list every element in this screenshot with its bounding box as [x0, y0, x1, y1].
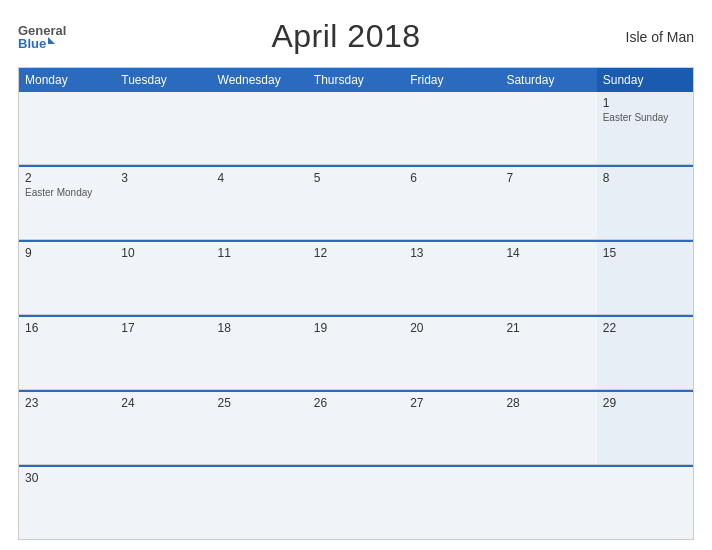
day-11: 11 — [218, 246, 302, 260]
cell-w6-fri — [404, 467, 500, 539]
day-9: 9 — [25, 246, 109, 260]
day-29: 29 — [603, 396, 687, 410]
day-30: 30 — [25, 471, 109, 485]
calendar: Monday Tuesday Wednesday Thursday Friday… — [18, 67, 694, 540]
week-4: 16 17 18 19 20 21 22 — [19, 315, 693, 390]
day-10: 10 — [121, 246, 205, 260]
cell-w2-tue: 3 — [115, 167, 211, 239]
day-8: 8 — [603, 171, 687, 185]
cell-w6-sat — [500, 467, 596, 539]
cell-w6-tue — [115, 467, 211, 539]
cell-w2-mon: 2 Easter Monday — [19, 167, 115, 239]
cell-w5-mon: 23 — [19, 392, 115, 464]
header-saturday: Saturday — [500, 68, 596, 92]
day-7: 7 — [506, 171, 590, 185]
cell-w6-thu — [308, 467, 404, 539]
cell-w3-wed: 11 — [212, 242, 308, 314]
calendar-body: 1 Easter Sunday 2 Easter Monday 3 4 5 — [19, 92, 693, 539]
logo-blue-text: Blue — [18, 37, 46, 50]
day-4: 4 — [218, 171, 302, 185]
page: General Blue April 2018 Isle of Man Mond… — [0, 0, 712, 550]
day-1: 1 — [603, 96, 687, 110]
cell-w2-fri: 6 — [404, 167, 500, 239]
logo-text: General Blue — [18, 24, 66, 50]
week-1: 1 Easter Sunday — [19, 92, 693, 165]
day-21: 21 — [506, 321, 590, 335]
logo-general-text: General — [18, 24, 66, 37]
event-easter-sunday: Easter Sunday — [603, 112, 669, 123]
cell-w4-fri: 20 — [404, 317, 500, 389]
cell-w1-thu — [308, 92, 404, 164]
logo: General Blue — [18, 24, 66, 50]
cell-w5-sat: 28 — [500, 392, 596, 464]
cell-w1-mon — [19, 92, 115, 164]
cell-w5-sun: 29 — [597, 392, 693, 464]
week-2: 2 Easter Monday 3 4 5 6 7 — [19, 165, 693, 240]
cell-w1-sun: 1 Easter Sunday — [597, 92, 693, 164]
cell-w1-fri — [404, 92, 500, 164]
cell-w3-thu: 12 — [308, 242, 404, 314]
cell-w2-sun: 8 — [597, 167, 693, 239]
header-monday: Monday — [19, 68, 115, 92]
day-20: 20 — [410, 321, 494, 335]
cell-w2-thu: 5 — [308, 167, 404, 239]
day-14: 14 — [506, 246, 590, 260]
header-sunday: Sunday — [597, 68, 693, 92]
cell-w1-tue — [115, 92, 211, 164]
cell-w4-thu: 19 — [308, 317, 404, 389]
day-26: 26 — [314, 396, 398, 410]
header-thursday: Thursday — [308, 68, 404, 92]
day-17: 17 — [121, 321, 205, 335]
cell-w5-wed: 25 — [212, 392, 308, 464]
cell-w1-sat — [500, 92, 596, 164]
cell-w6-sun — [597, 467, 693, 539]
cell-w4-sun: 22 — [597, 317, 693, 389]
calendar-header: Monday Tuesday Wednesday Thursday Friday… — [19, 68, 693, 92]
day-24: 24 — [121, 396, 205, 410]
day-18: 18 — [218, 321, 302, 335]
cell-w4-sat: 21 — [500, 317, 596, 389]
cell-w3-sat: 14 — [500, 242, 596, 314]
day-6: 6 — [410, 171, 494, 185]
cell-w4-mon: 16 — [19, 317, 115, 389]
cell-w2-sat: 7 — [500, 167, 596, 239]
cell-w5-fri: 27 — [404, 392, 500, 464]
day-12: 12 — [314, 246, 398, 260]
day-19: 19 — [314, 321, 398, 335]
region-label: Isle of Man — [626, 29, 694, 45]
day-3: 3 — [121, 171, 205, 185]
cell-w3-fri: 13 — [404, 242, 500, 314]
cell-w4-tue: 17 — [115, 317, 211, 389]
day-5: 5 — [314, 171, 398, 185]
day-2: 2 — [25, 171, 109, 185]
event-easter-monday: Easter Monday — [25, 187, 92, 198]
header-friday: Friday — [404, 68, 500, 92]
cell-w6-mon: 30 — [19, 467, 115, 539]
cell-w5-tue: 24 — [115, 392, 211, 464]
day-28: 28 — [506, 396, 590, 410]
cell-w6-wed — [212, 467, 308, 539]
cell-w1-wed — [212, 92, 308, 164]
day-15: 15 — [603, 246, 687, 260]
week-6: 30 — [19, 465, 693, 539]
day-27: 27 — [410, 396, 494, 410]
day-22: 22 — [603, 321, 687, 335]
cell-w3-tue: 10 — [115, 242, 211, 314]
cell-w5-thu: 26 — [308, 392, 404, 464]
calendar-title: April 2018 — [271, 18, 420, 55]
header: General Blue April 2018 Isle of Man — [18, 18, 694, 55]
week-5: 23 24 25 26 27 28 29 — [19, 390, 693, 465]
cell-w3-mon: 9 — [19, 242, 115, 314]
day-13: 13 — [410, 246, 494, 260]
day-16: 16 — [25, 321, 109, 335]
logo-triangle-icon — [48, 37, 55, 44]
day-25: 25 — [218, 396, 302, 410]
cell-w4-wed: 18 — [212, 317, 308, 389]
header-tuesday: Tuesday — [115, 68, 211, 92]
cell-w3-sun: 15 — [597, 242, 693, 314]
day-23: 23 — [25, 396, 109, 410]
cell-w2-wed: 4 — [212, 167, 308, 239]
header-wednesday: Wednesday — [212, 68, 308, 92]
week-3: 9 10 11 12 13 14 15 — [19, 240, 693, 315]
